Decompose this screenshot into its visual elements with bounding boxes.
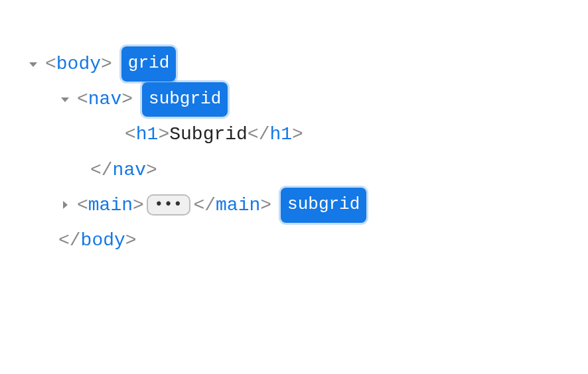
bracket: > [158, 117, 169, 152]
grid-badge[interactable]: grid [121, 46, 176, 81]
bracket: > [260, 188, 271, 223]
tag-name-nav-close: nav [113, 153, 146, 188]
tag-name-h1-close: h1 [269, 117, 292, 152]
tag-name-body: body [56, 46, 101, 82]
chevron-down-icon[interactable] [27, 58, 40, 71]
tree-row-h1[interactable]: <h1>Subgrid</h1> [27, 117, 561, 152]
tree-row-body-close[interactable]: </body> [27, 223, 561, 258]
bracket: > [146, 153, 157, 188]
bracket: > [292, 117, 303, 152]
bracket: < [45, 46, 56, 82]
tag-name-main: main [88, 188, 133, 223]
tree-row-nav-close[interactable]: </nav> [27, 153, 561, 188]
chevron-right-icon[interactable] [58, 198, 72, 212]
tree-row-body-open[interactable]: <body> grid [27, 46, 561, 82]
tag-name-main-close: main [216, 188, 260, 223]
bracket: > [133, 188, 144, 223]
bracket: </ [193, 188, 216, 223]
bracket: > [121, 82, 133, 117]
bracket: </ [58, 223, 81, 258]
h1-text-content: Subgrid [169, 117, 248, 152]
bracket: < [77, 188, 88, 223]
tag-name-h1: h1 [136, 117, 159, 152]
chevron-down-icon[interactable] [58, 93, 72, 106]
tree-row-main[interactable]: <main> ••• </main> subgrid [27, 188, 561, 223]
tag-name-nav: nav [88, 82, 121, 117]
bracket: </ [90, 153, 113, 188]
bracket: </ [248, 117, 270, 152]
bracket: < [125, 117, 136, 152]
tree-row-nav-open[interactable]: <nav> subgrid [27, 82, 561, 117]
subgrid-badge[interactable]: subgrid [281, 188, 366, 222]
bracket: < [77, 82, 88, 117]
tag-name-body-close: body [81, 223, 125, 258]
subgrid-badge[interactable]: subgrid [142, 82, 228, 117]
bracket: > [125, 223, 137, 258]
ellipsis-icon[interactable]: ••• [147, 194, 191, 216]
bracket: > [101, 46, 112, 82]
